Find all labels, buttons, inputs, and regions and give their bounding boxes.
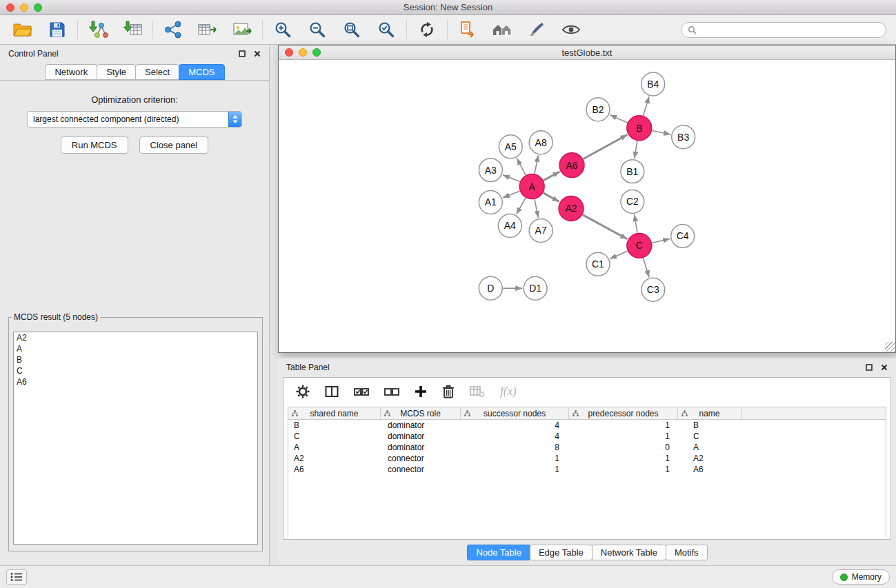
edge-B-B3[interactable]: [652, 131, 670, 134]
deselect-all-button[interactable]: [384, 386, 399, 397]
add-column-button[interactable]: [415, 385, 427, 398]
delete-table-button[interactable]: [470, 385, 485, 398]
edge-B-B2[interactable]: [610, 115, 627, 123]
edge-A-A4[interactable]: [517, 198, 526, 214]
table-tab-network-table[interactable]: Network Table: [592, 545, 666, 560]
network-minimize-button[interactable]: [299, 48, 307, 57]
network-window-titlebar[interactable]: testGlobe.txt: [279, 45, 895, 60]
import-network-button[interactable]: [85, 18, 111, 41]
close-mcds-panel-button[interactable]: Close panel: [139, 136, 209, 154]
edge-B-B1[interactable]: [635, 141, 637, 159]
edge-A-A8[interactable]: [535, 155, 538, 174]
table-row[interactable]: A6connector11A6: [288, 464, 886, 475]
result-item[interactable]: C: [14, 365, 257, 376]
table-row[interactable]: Adominator80A: [288, 442, 886, 453]
table-row[interactable]: Bdominator41B: [288, 420, 886, 431]
close-panel-button[interactable]: [254, 50, 261, 57]
criterion-select[interactable]: largest connected component (directed): [27, 111, 242, 128]
close-table-panel-button[interactable]: [881, 364, 888, 371]
zoom-selected-button[interactable]: [373, 18, 399, 41]
table-tab-node-table[interactable]: Node Table: [467, 545, 530, 560]
delete-column-button[interactable]: [442, 385, 455, 398]
node-A4[interactable]: A4: [498, 214, 521, 237]
edge-C-C4[interactable]: [652, 239, 670, 243]
search-input[interactable]: [700, 24, 879, 35]
table-settings-button[interactable]: [296, 385, 310, 398]
network-canvas[interactable]: B4B2BB3A5A8A6B1A3AA1C2A4A7A2C4CC1C3DD1: [279, 61, 895, 352]
new-network-button[interactable]: [160, 18, 186, 41]
network-zoom-button[interactable]: [312, 48, 321, 57]
node-B[interactable]: B: [627, 116, 652, 141]
node-A[interactable]: A: [519, 174, 544, 199]
node-C2[interactable]: C2: [621, 190, 644, 214]
window-resize-grip[interactable]: [885, 342, 895, 352]
edge-C-C3[interactable]: [644, 258, 650, 277]
node-B2[interactable]: B2: [586, 98, 610, 121]
column-header-MCDS-role[interactable]: MCDS role: [381, 407, 461, 419]
criterion-select-stepper[interactable]: [228, 112, 241, 127]
edge-A-A2[interactable]: [544, 193, 559, 202]
result-item[interactable]: A6: [14, 376, 257, 387]
refresh-button[interactable]: [414, 18, 440, 41]
result-item[interactable]: B: [14, 354, 257, 365]
node-B3[interactable]: B3: [672, 125, 695, 149]
result-item[interactable]: A: [14, 343, 257, 354]
node-A5[interactable]: A5: [499, 135, 522, 159]
close-window-button[interactable]: [6, 3, 14, 12]
column-header-predecessor-nodes[interactable]: predecessor nodes: [569, 407, 678, 419]
edge-B-B4[interactable]: [644, 97, 650, 116]
node-A1[interactable]: A1: [479, 191, 502, 214]
node-A3[interactable]: A3: [479, 159, 502, 182]
node-A6[interactable]: A6: [559, 153, 584, 178]
style-brush-button[interactable]: [524, 18, 550, 41]
edge-A-A1[interactable]: [503, 191, 520, 197]
zoom-window-button[interactable]: [34, 3, 42, 12]
duplicate-network-button[interactable]: [455, 18, 481, 41]
node-D1[interactable]: D1: [524, 276, 547, 300]
edge-C-C2[interactable]: [635, 214, 637, 232]
edge-C-C1[interactable]: [610, 251, 627, 258]
node-A2[interactable]: A2: [559, 196, 584, 221]
tab-style[interactable]: Style: [97, 64, 136, 80]
table-row[interactable]: Cdominator41C: [288, 431, 886, 442]
import-table-button[interactable]: [119, 18, 146, 41]
tab-network[interactable]: Network: [45, 64, 97, 80]
zoom-fit-button[interactable]: [339, 18, 365, 41]
function-builder-button[interactable]: f(x): [500, 385, 517, 398]
task-history-button[interactable]: [6, 569, 27, 585]
table-row[interactable]: A2connector11A2: [288, 453, 886, 464]
node-D[interactable]: D: [479, 276, 502, 300]
tab-mcds[interactable]: MCDS: [179, 64, 224, 80]
show-columns-button[interactable]: [325, 385, 339, 398]
zoom-out-button[interactable]: [304, 18, 330, 41]
node-B4[interactable]: B4: [641, 72, 665, 96]
home-button[interactable]: [489, 18, 515, 41]
edge-A6-B[interactable]: [584, 134, 628, 159]
float-table-panel-button[interactable]: [866, 364, 873, 371]
column-header-shared-name[interactable]: shared name: [288, 407, 381, 419]
edge-A-A3[interactable]: [503, 175, 520, 182]
node-C3[interactable]: C3: [641, 278, 665, 301]
export-image-button[interactable]: [229, 18, 255, 41]
node-B1[interactable]: B1: [621, 160, 644, 183]
minimize-window-button[interactable]: [20, 3, 28, 12]
node-A7[interactable]: A7: [529, 219, 552, 242]
memory-button[interactable]: Memory: [832, 569, 890, 585]
show-hide-button[interactable]: [558, 18, 584, 41]
node-C4[interactable]: C4: [671, 224, 695, 247]
export-table-button[interactable]: [195, 18, 221, 41]
edge-A-A6[interactable]: [544, 172, 560, 181]
search-box[interactable]: [681, 22, 886, 38]
edge-A2-C[interactable]: [583, 215, 628, 239]
column-header-successor-nodes[interactable]: successor nodes: [461, 407, 569, 419]
edge-A-A7[interactable]: [535, 199, 538, 218]
tab-select[interactable]: Select: [135, 64, 179, 80]
float-panel-button[interactable]: [239, 50, 246, 57]
column-header-name[interactable]: name: [678, 407, 741, 419]
edge-A-A5[interactable]: [517, 158, 526, 174]
node-C1[interactable]: C1: [586, 252, 610, 276]
result-item[interactable]: A2: [14, 332, 257, 343]
mcds-result-list[interactable]: A2ABCA6: [13, 332, 258, 545]
run-mcds-button[interactable]: Run MCDS: [61, 136, 128, 154]
table-tab-motifs[interactable]: Motifs: [666, 545, 708, 560]
